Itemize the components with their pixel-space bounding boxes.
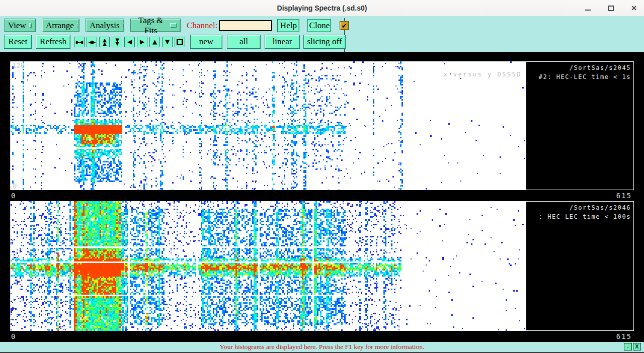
zoom-out-x-icon: ◀▶ [89, 40, 95, 44]
menu-analysis[interactable]: Analysis [86, 19, 124, 32]
new-label: new [199, 37, 213, 47]
reset-button[interactable]: Reset [4, 35, 32, 49]
linear-scale-button[interactable]: linear [265, 35, 300, 49]
spectrum-path: /SortSas/s2045 [526, 63, 631, 72]
slicing-button[interactable]: slicing off [303, 35, 346, 49]
menu-tags-fits-label: Tags & Fits [134, 16, 167, 36]
scroll-down-fast-icon: ▼ ▼ [115, 38, 119, 45]
refresh-button[interactable]: Refresh [36, 35, 70, 49]
scroll-up-fast-button[interactable]: ▲ ▲ [99, 37, 110, 47]
full-view-icon [177, 39, 183, 45]
menu-dash-icon [29, 23, 32, 28]
titlebar: Displaying Spectra (.sd.s0) ✕ [0, 0, 644, 17]
menu-row: View Arrange Analysis Tags & Fits Channe… [4, 19, 349, 32]
x-axis-bottom: 0 615 [0, 331, 644, 342]
status-controls: - X [624, 343, 641, 350]
minimize-button[interactable] [584, 4, 592, 12]
full-view-button[interactable] [175, 37, 185, 47]
linear-label: linear [273, 37, 292, 47]
status-message: Your histograms are displayed here. Pres… [220, 343, 425, 351]
histogram-bottom-canvas[interactable] [11, 201, 525, 331]
scroll-up-fast-icon: ▲ ▲ [103, 38, 106, 45]
menu-arrange[interactable]: Arrange [42, 19, 79, 32]
maximize-icon [608, 6, 614, 11]
status-close-button[interactable]: X [633, 343, 641, 350]
menu-dash-icon [123, 23, 124, 28]
pan-up-button[interactable]: ▲ [149, 37, 160, 47]
slicing-label: slicing off [307, 37, 342, 47]
help-label: Help [280, 21, 297, 31]
histogram-top[interactable]: 128 0 x versus y DSSSD [10, 61, 526, 190]
toolbar: View Arrange Analysis Tags & Fits Channe… [0, 16, 644, 52]
pan-down-button[interactable]: ▼ [162, 37, 173, 47]
menu-view-label: View [8, 21, 26, 31]
info-panel-bottom: /SortSas/s2046 : HEC-LEC time < 100s [526, 201, 634, 331]
maximize-button[interactable] [607, 4, 615, 12]
zoom-in-x-button[interactable]: ▶◀ [74, 37, 85, 47]
status-minimize-button[interactable]: - [624, 343, 632, 350]
menu-tags-fits[interactable]: Tags & Fits [130, 19, 181, 32]
menu-analysis-label: Analysis [90, 21, 120, 31]
checkmark-icon: ✔ [342, 22, 348, 29]
window-title: Displaying Spectra (.sd.s0) [277, 4, 367, 12]
action-row: Reset Refresh ▶◀ ◀▶ ▲ ▲ ▼ ▼ ◀ ▶ ▲ ▼ new … [4, 35, 346, 49]
scroll-down-fast-button[interactable]: ▼ ▼ [112, 37, 122, 47]
menu-dash-icon [170, 23, 177, 28]
pan-down-icon: ▼ [165, 39, 170, 45]
channel-label: Channel: [187, 21, 217, 31]
zoom-out-x-button[interactable]: ◀▶ [87, 37, 97, 47]
menu-dash-icon [77, 23, 78, 28]
close-icon: ✕ [631, 5, 637, 12]
tags-checkbox[interactable]: ✔ [340, 21, 349, 30]
channel-input[interactable] [219, 20, 272, 31]
help-button[interactable]: Help [277, 19, 299, 32]
menu-arrange-label: Arrange [46, 21, 74, 31]
info-panel-top: /SortSas/s2045 #2: HEC-LEC time < 1s [526, 61, 634, 190]
window-controls: ✕ [584, 0, 638, 16]
spectrum-condition: #2: HEC-LEC time < 1s [526, 72, 631, 81]
histogram-top-canvas[interactable] [11, 61, 525, 190]
pan-up-icon: ▲ [152, 39, 157, 45]
statusbar: Your histograms are displayed here. Pres… [0, 342, 644, 353]
spectrum-path: /SortSas/s2046 [526, 203, 631, 212]
close-button[interactable]: ✕ [630, 4, 638, 12]
pan-left-icon: ◀ [127, 39, 132, 45]
spectrum-condition: : HEC-LEC time < 100s [526, 212, 631, 221]
refresh-label: Refresh [40, 37, 66, 47]
pan-right-button[interactable]: ▶ [137, 37, 147, 47]
pan-right-icon: ▶ [140, 39, 144, 45]
new-button[interactable]: new [190, 35, 222, 49]
pan-left-button[interactable]: ◀ [124, 37, 135, 47]
all-label: all [239, 37, 248, 47]
spectra-area: 128 0 x versus y DSSSD /SortSas/s2045 #2… [0, 52, 644, 342]
histogram-bottom[interactable] [10, 201, 526, 331]
all-button[interactable]: all [227, 35, 261, 49]
x-axis-max-label: 615 [616, 192, 632, 200]
minimize-icon [585, 10, 591, 11]
reset-label: Reset [9, 37, 28, 47]
x-axis-min-label: 0 [11, 192, 16, 200]
clone-button[interactable]: Clone [307, 19, 331, 32]
x-axis-top: 0 615 [0, 191, 644, 201]
x-axis-min-label: 0 [11, 332, 16, 340]
clone-label: Clone [309, 21, 330, 31]
zoom-in-x-icon: ▶◀ [76, 40, 83, 44]
menu-view[interactable]: View [4, 19, 36, 32]
x-axis-max-label: 615 [616, 332, 632, 340]
